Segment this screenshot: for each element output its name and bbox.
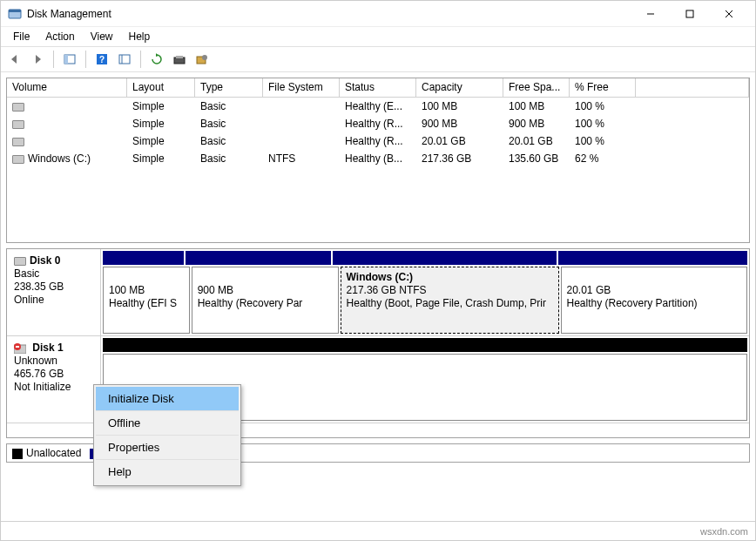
rescan-disks-icon[interactable]	[169, 49, 190, 70]
unallocated-bar[interactable]	[103, 338, 747, 352]
disk-icon	[14, 257, 26, 266]
context-menu-help[interactable]: Help	[96, 460, 239, 484]
minimize-button[interactable]	[631, 2, 670, 26]
volume-row[interactable]: Windows (C:) Simple Basic NTFS Healthy (…	[7, 150, 749, 167]
disk-info[interactable]: Disk 1 Unknown 465.76 GB Not Initialize	[7, 336, 101, 423]
context-menu: Initialize Disk Offline Properties Help	[93, 384, 241, 486]
svg-text:?: ?	[99, 55, 105, 64]
column-layout[interactable]: Layout	[127, 78, 195, 97]
svg-rect-15	[174, 57, 185, 64]
footer-text: wsxdn.com	[700, 526, 748, 537]
settings-icon[interactable]	[114, 49, 135, 70]
volume-list-header: Volume Layout Type File System Status Ca…	[7, 78, 749, 98]
column-status[interactable]: Status	[340, 78, 416, 97]
svg-marker-6	[11, 55, 17, 64]
svg-marker-7	[36, 55, 41, 64]
partition-efi[interactable]: 100 MB Healthy (EFI S	[103, 267, 190, 334]
menu-view[interactable]: View	[84, 29, 120, 44]
volume-icon	[12, 120, 24, 129]
svg-rect-1	[9, 10, 21, 12]
partition-windows-c[interactable]: Windows (C:) 217.36 GB NTFS Healthy (Boo…	[341, 267, 559, 334]
svg-rect-3	[686, 10, 693, 17]
volume-row[interactable]: Simple Basic Healthy (R... 900 MB 900 MB…	[7, 115, 749, 132]
column-filesystem[interactable]: File System	[263, 78, 340, 97]
svg-rect-21	[16, 346, 19, 348]
help-icon[interactable]: ?	[91, 49, 112, 70]
actions-icon[interactable]	[192, 49, 213, 70]
svg-rect-12	[119, 55, 130, 64]
forward-button[interactable]	[27, 49, 48, 70]
volume-row[interactable]: Simple Basic Healthy (E... 100 MB 100 MB…	[7, 98, 749, 115]
maximize-button[interactable]	[670, 2, 709, 26]
volume-icon	[12, 155, 24, 164]
svg-rect-9	[64, 55, 68, 64]
svg-rect-16	[176, 56, 183, 58]
toolbar: ?	[1, 46, 755, 72]
title-bar: Disk Management	[1, 1, 755, 27]
window-title: Disk Management	[27, 8, 631, 20]
toolbar-separator	[85, 51, 86, 68]
toolbar-separator	[53, 51, 54, 68]
column-percent-free[interactable]: % Free	[570, 78, 636, 97]
partition-recovery-2[interactable]: 20.01 GB Healthy (Recovery Partition)	[561, 267, 747, 334]
show-hide-console-tree-icon[interactable]	[59, 49, 80, 70]
partition-recovery-1[interactable]: 900 MB Healthy (Recovery Par	[192, 267, 339, 334]
legend-unallocated: Unallocated	[12, 447, 81, 459]
disk-info[interactable]: Disk 0 Basic 238.35 GB Online	[7, 249, 101, 335]
menu-action[interactable]: Action	[38, 29, 81, 44]
menu-file[interactable]: File	[6, 29, 37, 44]
close-button[interactable]	[709, 2, 748, 26]
app-icon	[8, 7, 22, 21]
column-type[interactable]: Type	[195, 78, 263, 97]
volume-list[interactable]: Volume Layout Type File System Status Ca…	[6, 78, 750, 243]
context-menu-properties[interactable]: Properties	[96, 436, 239, 460]
partition-color-bar	[103, 251, 747, 265]
volume-icon	[12, 103, 24, 112]
column-volume[interactable]: Volume	[7, 78, 127, 97]
disk-row-0[interactable]: Disk 0 Basic 238.35 GB Online 100 MB Hea…	[7, 249, 749, 336]
refresh-icon[interactable]	[146, 49, 167, 70]
volume-row[interactable]: Simple Basic Healthy (R... 20.01 GB 20.0…	[7, 132, 749, 150]
column-spacer	[636, 78, 749, 97]
menu-help[interactable]: Help	[122, 29, 158, 44]
column-capacity[interactable]: Capacity	[416, 78, 503, 97]
volume-icon	[12, 138, 24, 146]
column-free-space[interactable]: Free Spa...	[503, 78, 570, 97]
toolbar-separator	[140, 51, 141, 68]
svg-point-18	[202, 55, 207, 60]
disk-0-partitions: 100 MB Healthy (EFI S 900 MB Healthy (Re…	[101, 249, 749, 335]
context-menu-offline[interactable]: Offline	[96, 411, 239, 436]
back-button[interactable]	[4, 49, 25, 70]
status-bar: wsxdn.com	[1, 521, 755, 540]
disk-error-icon	[14, 343, 26, 354]
context-menu-initialize-disk[interactable]: Initialize Disk	[96, 387, 239, 411]
menu-bar: File Action View Help	[1, 27, 755, 46]
